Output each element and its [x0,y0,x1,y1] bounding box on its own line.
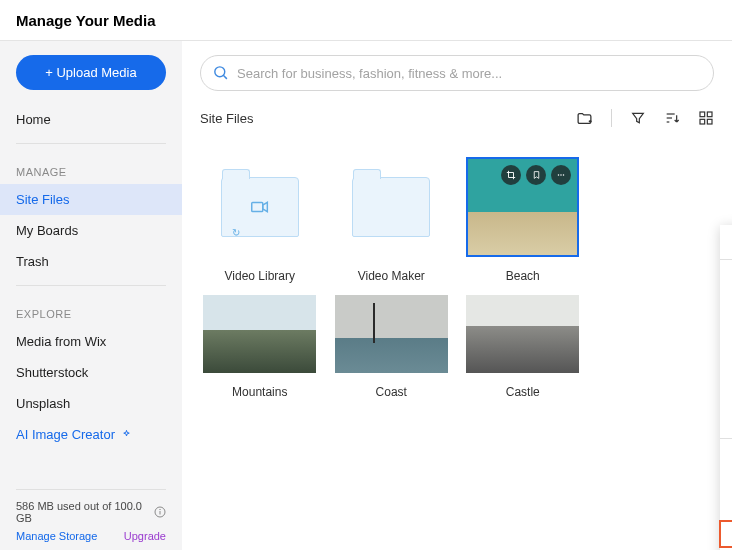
ctx-create-video[interactable]: Create a Video [720,316,732,342]
ctx-cut-out-bg[interactable]: Cut Out Background [720,342,732,368]
upload-media-button[interactable]: + Upload Media [16,55,166,90]
svg-rect-14 [252,202,263,211]
media-grid: ↻ Video Library Video Maker [200,157,714,399]
svg-rect-11 [707,112,712,117]
svg-rect-12 [700,119,705,124]
folder-thumb [335,157,448,257]
svg-rect-10 [700,112,705,117]
ctx-crop-edit[interactable]: Crop & Edit [720,290,732,316]
context-menu: Add to Board Rename Crop & Edit Create a… [720,225,732,550]
ctx-move-to[interactable]: Move to… [720,443,732,469]
main-layout: + Upload Media Home MANAGE Site Files My… [0,41,732,550]
sidebar-item-unsplash[interactable]: Unsplash [0,388,182,419]
sidebar-item-ai-image-creator[interactable]: AI Image Creator [0,419,182,450]
toolbar-actions [576,109,714,127]
empty-slot [595,157,715,283]
item-label: Castle [506,385,540,399]
ctx-adobe-express[interactable]: Design with Adobe Express [720,368,732,408]
item-label: Video Maker [358,269,425,283]
svg-point-16 [561,174,563,176]
sidebar-item-my-boards[interactable]: My Boards [0,215,182,246]
divider [16,285,166,286]
new-folder-icon[interactable] [576,110,593,127]
search-wrap [200,55,714,91]
bookmark-icon[interactable] [526,165,546,185]
sidebar-item-site-files[interactable]: Site Files [0,184,182,215]
sidebar-item-shutterstock[interactable]: Shutterstock [0,357,182,388]
mountains-image [203,295,316,373]
ai-creator-label: AI Image Creator [16,427,115,442]
sidebar-footer: 586 MB used out of 100.0 GB Manage Stora… [0,489,182,550]
coast-image [335,295,448,373]
castle-image [466,295,579,373]
explore-section-label: EXPLORE [0,294,182,326]
image-thumb-selected [466,157,579,257]
crop-icon[interactable] [501,165,521,185]
folder-card-video-maker[interactable]: Video Maker [332,157,452,283]
svg-rect-13 [707,119,712,124]
sidebar-item-media-from-wix[interactable]: Media from Wix [0,326,182,357]
folder-card-video-library[interactable]: ↻ Video Library [200,157,320,283]
item-label: Mountains [232,385,287,399]
sync-icon: ↻ [232,227,240,238]
storage-text: 586 MB used out of 100.0 GB [16,500,148,524]
media-card-castle[interactable]: Castle [463,295,583,399]
svg-line-4 [223,75,227,79]
folder-thumb: ↻ [203,157,316,257]
svg-point-3 [215,67,225,77]
sidebar: + Upload Media Home MANAGE Site Files My… [0,41,182,550]
manage-storage-link[interactable]: Manage Storage [16,530,97,542]
sparkle-icon [121,429,132,440]
more-icon[interactable] [551,165,571,185]
filter-icon[interactable] [630,110,646,126]
item-label: Beach [506,269,540,283]
grid-view-icon[interactable] [698,110,714,126]
media-card-mountains[interactable]: Mountains [200,295,320,399]
page-title: Manage Your Media [16,12,155,29]
search-input[interactable] [200,55,714,91]
sort-icon[interactable] [664,110,680,126]
media-card-coast[interactable]: Coast [332,295,452,399]
empty-slot [595,295,715,399]
item-label: Video Library [225,269,296,283]
separator [720,259,732,260]
item-label: Coast [376,385,407,399]
sidebar-item-trash[interactable]: Trash [0,246,182,277]
ctx-rename[interactable]: Rename [720,264,732,290]
folder-icon [352,177,430,237]
search-icon [212,64,229,81]
app-header: Manage Your Media [0,0,732,41]
svg-point-15 [558,174,560,176]
content-area: Site Files [182,41,732,550]
thumb-actions [501,165,571,185]
folder-icon: ↻ [221,177,299,237]
sidebar-item-home[interactable]: Home [0,104,182,135]
breadcrumb[interactable]: Site Files [200,111,253,126]
toolbar: Site Files [200,109,714,127]
divider [16,143,166,144]
svg-point-17 [563,174,565,176]
ctx-copy[interactable]: Copy Ctrl+C [720,469,732,495]
separator [720,438,732,439]
video-camera-icon [249,196,271,218]
upgrade-link[interactable]: Upgrade [124,530,166,542]
ctx-copy-url[interactable]: Copy URL [720,521,732,547]
ctx-cut[interactable]: Cut Ctrl+X [720,495,732,521]
info-icon[interactable] [154,506,166,518]
ctx-add-to-board[interactable]: Add to Board [720,229,732,255]
svg-point-2 [160,509,161,510]
media-card-beach[interactable]: Beach [463,157,583,283]
separator [611,109,612,127]
manage-section-label: MANAGE [0,152,182,184]
ctx-preview[interactable]: Preview Space [720,408,732,434]
